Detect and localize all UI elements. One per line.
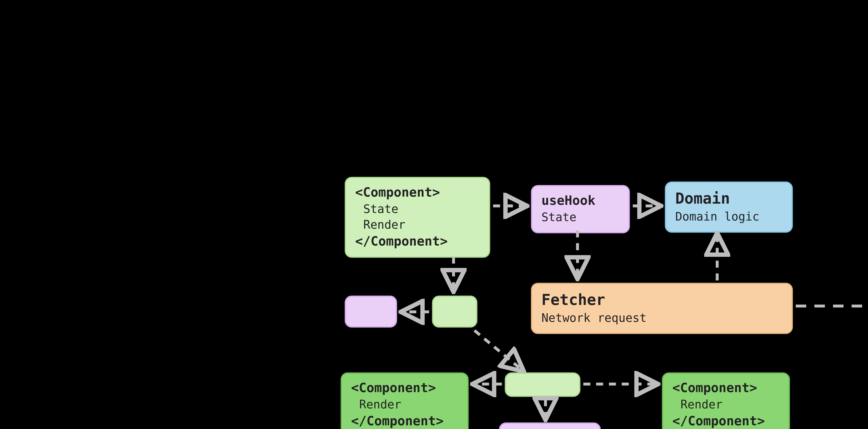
component-line: Render — [355, 217, 479, 232]
component-line: State — [355, 201, 479, 217]
fetcher-line: Network request — [541, 310, 782, 326]
component-close-tag: </Component> — [351, 412, 458, 429]
component-close-tag: </Component> — [355, 232, 479, 250]
small-container-box — [432, 296, 477, 328]
svg-line-6 — [474, 330, 522, 370]
small-hook-box — [344, 296, 397, 328]
component-line: Render — [351, 397, 458, 412]
presentational-component-right: <Component> Render </Component> — [662, 372, 790, 429]
container-component: <Component> State Render </Component> — [344, 177, 490, 258]
fetcher-title: Fetcher — [541, 289, 782, 310]
component-open-tag: <Component> — [672, 379, 779, 397]
hook-line: State — [541, 209, 619, 225]
domain-object: Domain Domain logic — [665, 181, 793, 233]
domain-title: Domain — [675, 188, 782, 209]
presentational-component-left: <Component> Render </Component> — [340, 372, 469, 429]
component-open-tag: <Component> — [351, 379, 458, 397]
small-container-box-2 — [505, 372, 580, 397]
domain-line: Domain logic — [675, 209, 782, 224]
hook-title: useHook — [541, 192, 619, 209]
component-line: Render — [672, 397, 779, 412]
component-close-tag: </Component> — [672, 412, 779, 429]
react-hook: useHook State — [531, 185, 630, 233]
small-hook-box-2 — [499, 422, 601, 429]
component-open-tag: <Component> — [355, 184, 479, 201]
infrastructure-fetcher: Fetcher Network request — [531, 283, 793, 334]
